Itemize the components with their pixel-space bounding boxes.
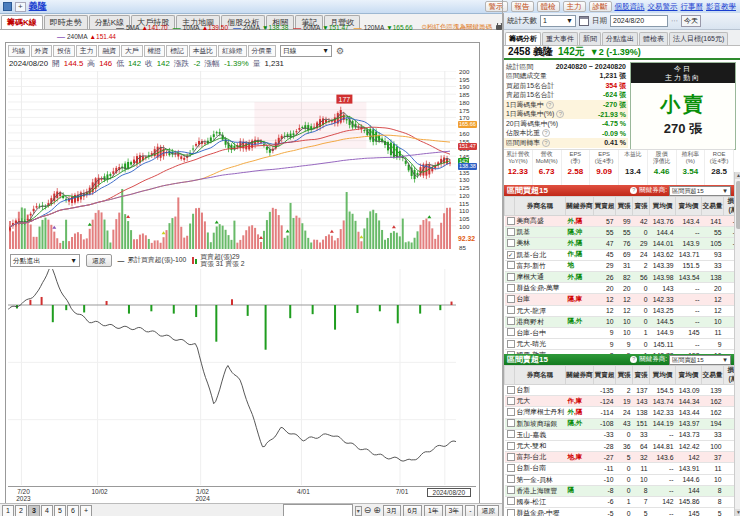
help-icon[interactable]: ? [542,139,550,147]
period-button-6月[interactable]: 6月 [403,505,422,516]
sell-filter-select[interactable]: 區間賣超15▼ [669,355,731,365]
row-checkbox[interactable] [507,442,515,450]
table-row[interactable]: 美商高盛外,隔579942143.76143.4141-12 [505,216,740,227]
row-checkbox[interactable] [507,217,515,225]
zoom-out-icon[interactable]: ⊖ [364,506,372,515]
app-tab-即時走勢[interactable]: 即時走勢 [44,15,88,29]
table-row[interactable]: 摩根大通外,隔268256143.98143.54138-8 [505,271,740,282]
table-row[interactable]: 富邦-新竹地29312143.39151.533-9 [505,260,740,271]
table-row[interactable]: 國泰-松江-617142145.8683 [505,496,740,507]
table-row[interactable]: 台新-1352137154.5143.0913912 [505,385,740,396]
panel-tab-法人目標(165元)[interactable]: 法人目標(165元) [669,32,728,45]
row-checkbox[interactable] [507,239,515,247]
indicator-tab-外資[interactable]: 外資 [31,45,53,57]
table-row[interactable]: 新加坡商瑞銀隔,外-10843151144.19143.9719420 [505,418,740,429]
row-checkbox[interactable] [507,453,515,461]
main-kline-chart[interactable]: 177 [8,71,456,249]
new-tab-button[interactable]: + [15,2,26,12]
table-row[interactable]: 台庫隔,庫12120142.33--120 [505,294,740,305]
today-button[interactable]: 今天 [681,15,701,27]
row-checkbox[interactable] [507,295,515,303]
gear-icon[interactable]: ⚙ [336,46,344,56]
table-row[interactable]: 美林外,隔477629144.01143.9105-10 [505,238,740,249]
help-icon[interactable]: ? [630,187,637,194]
buy-filter-select[interactable]: 區間買超15▼ [669,186,731,196]
row-checkbox[interactable] [507,509,515,516]
help-icon[interactable]: ? [542,129,550,137]
indicator-tab-標記[interactable]: 標記 [166,45,188,57]
restore-button[interactable]: 還原 [86,254,112,267]
broker-flow-chart[interactable] [8,269,456,485]
panel-tab-籌碼分析[interactable]: 籌碼分析 [505,32,541,45]
range-input[interactable] [283,504,353,516]
titlebar-link-交易警示[interactable]: 交易警示 [648,2,678,12]
table-row[interactable]: 玉山-嘉義-33033--143.73336 [505,429,740,440]
titlebar-button-警示[interactable]: 警示 [485,1,508,12]
indicator-tab-主力[interactable]: 主力 [76,45,98,57]
table-row[interactable]: 香港上海匯豐隔-808--14482 [505,485,740,496]
period-button--[interactable]: - [465,505,475,516]
indicator-tab-紅綠燈[interactable]: 紅綠燈 [218,45,246,57]
scroll-thumb[interactable] [736,181,740,229]
subchart-indicator-select[interactable]: 分點進出▼ [10,254,80,267]
indicator-tab-均線[interactable]: 均線 [8,45,30,57]
row-checkbox[interactable] [507,261,515,269]
help-icon[interactable]: ? [546,101,554,109]
row-checkbox[interactable] [507,475,515,483]
scroll-up-icon[interactable]: ▲ [735,172,740,179]
indicator-tab-大戶[interactable]: 大戶 [121,45,143,57]
titlebar-button-報告[interactable]: 報告 [511,1,534,12]
app-tab-籌碼K線[interactable]: 籌碼K線 [1,15,43,29]
row-checkbox[interactable] [507,306,515,314]
row-checkbox[interactable] [507,408,515,416]
panel-scrollbar[interactable]: ▲ ▼ [734,172,740,516]
row-checkbox[interactable] [507,328,515,336]
row-checkbox[interactable]: ✓ [507,251,515,259]
titlebar-link-個股資訊[interactable]: 個股資訊 [615,2,645,12]
table-row[interactable]: 台庫-台中9101144.914511-3 [505,327,740,338]
indicator-tab-分價量[interactable]: 分價量 [248,45,276,57]
window-tab[interactable]: + 義隆 [0,0,47,13]
page-button-2[interactable]: 2 [15,505,27,516]
page-button-5[interactable]: 5 [54,505,66,516]
date-stepper[interactable]: ⋯ [671,17,678,25]
row-checkbox[interactable] [507,273,515,281]
page-button-6[interactable]: 6 [67,505,79,516]
titlebar-button-體檢[interactable]: 體檢 [537,1,560,12]
period-button-3月[interactable]: 3月 [383,505,402,516]
help-icon[interactable]: ? [630,356,637,363]
row-checkbox[interactable] [507,284,515,292]
period-select[interactable]: 日線▼ [280,45,332,57]
period-button-還原[interactable]: 還原 [477,505,499,516]
table-row[interactable]: 凱基隔,沖55550144.4--55-13 [505,227,740,238]
titlebar-link-影音教學[interactable]: 影音教學 [706,2,736,12]
page-button-1[interactable]: 1 [2,505,14,516]
row-checkbox[interactable] [507,486,515,494]
table-row[interactable]: 富邦-台北地,庫-27532143.614237-1 [505,452,740,463]
row-checkbox[interactable] [507,317,515,325]
table-row[interactable]: 群益金鼎-萬華20200143--20-2 [505,283,740,294]
titlebar-button-診斷[interactable]: 診斷 [589,1,612,12]
titlebar-link-行事曆[interactable]: 行事曆 [681,2,704,12]
panel-tab-分點進出[interactable]: 分點進出 [602,32,638,45]
panel-tab-新聞[interactable]: 新聞 [579,32,601,45]
page-button-+[interactable]: + [80,505,92,516]
row-checkbox[interactable] [507,430,515,438]
indicator-tab-融資[interactable]: 融資 [98,45,120,57]
table-row[interactable]: 元大-雙和-283664144.81142.42100-7 [505,440,740,451]
page-button-4[interactable]: 4 [41,505,53,516]
row-checkbox[interactable] [507,228,515,236]
indicator-tab-本益比[interactable]: 本益比 [189,45,217,57]
panel-tab-重大事件[interactable]: 重大事件 [542,32,578,45]
row-checkbox[interactable] [507,397,515,405]
help-icon[interactable]: ? [556,110,564,118]
window-tab-label[interactable]: 義隆 [29,0,47,13]
zoom-in-icon[interactable]: ⊕ [373,506,381,515]
page-button-3[interactable]: 3 [28,505,40,516]
row-checkbox[interactable] [507,419,515,427]
date-input[interactable]: 2024/8/20 [610,15,668,27]
table-row[interactable]: ✓凱基-台北作,隔456924143.62143.7193-7 [505,249,740,260]
table-row[interactable]: 元大-龍潭12120143.25--12-1 [505,305,740,316]
row-checkbox[interactable] [507,386,515,394]
period-button-3年[interactable]: 3年 [445,505,464,516]
